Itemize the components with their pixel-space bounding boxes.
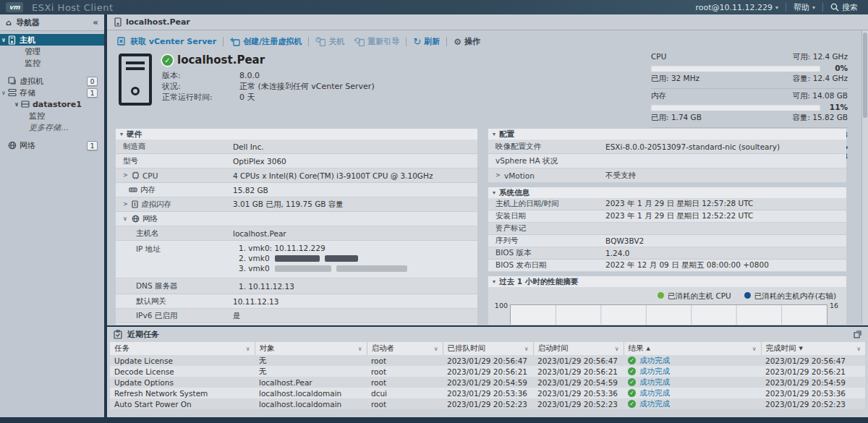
- success-icon: ✓: [628, 378, 636, 386]
- scrollbar-thumb[interactable]: [863, 33, 867, 118]
- column-menu-icon[interactable]: ∨: [856, 346, 861, 352]
- user-menu[interactable]: root@10.11.12.229 ▾: [695, 3, 778, 12]
- expand-icon[interactable]: >: [123, 172, 129, 179]
- divider: [406, 37, 407, 46]
- expand-icon[interactable]: >: [123, 201, 129, 208]
- task-row[interactable]: Auto Start Power Onlocalhost.localdomain…: [110, 398, 865, 409]
- content-tab-title: localhost.Pear: [126, 17, 190, 27]
- storage-icon: [8, 88, 17, 97]
- shutdown-button[interactable]: 关机: [315, 36, 344, 47]
- datastore-icon: [21, 100, 30, 108]
- chart-legend: 已消耗的主机 CPU 已消耗的主机内存(右轴): [488, 287, 846, 303]
- reboot-icon: [354, 37, 365, 46]
- search-button[interactable]: 搜索: [830, 2, 858, 13]
- config-table: 映像配置文件ESXi-8.0.0-20513097-standard-nic (…: [488, 140, 846, 183]
- task-row[interactable]: Update License无root2023/01/29 20:56:4720…: [110, 355, 865, 366]
- table-row: 安装日期2023 年 1 月 29 日 星期日 12:52:22 UTC: [488, 210, 846, 223]
- task-row[interactable]: Refresh Network Systemlocalhost.localdom…: [110, 388, 865, 398]
- sidebar-item-label: 主机: [20, 35, 35, 46]
- column-header-target[interactable]: 对象∨: [255, 342, 367, 355]
- help-menu-label: 帮助: [793, 2, 809, 13]
- sidebar-item-datastore1[interactable]: ∨ datastore1: [0, 98, 104, 110]
- cpu-icon: [132, 171, 140, 179]
- result-text: 成功完成: [639, 367, 670, 377]
- top-bar: vm ESXi Host Client root@10.11.12.229 ▾ …: [0, 0, 868, 14]
- column-menu-icon[interactable]: ∨: [434, 346, 438, 352]
- task-row[interactable]: Update Optionslocalhost.Pearroot2023/01/…: [110, 377, 865, 388]
- column-menu-icon[interactable]: ∨: [752, 346, 757, 352]
- column-menu-icon[interactable]: ∨: [615, 346, 619, 352]
- column-header-started[interactable]: 启动时间∨: [533, 342, 624, 355]
- expand-panel-button[interactable]: [854, 330, 861, 338]
- legend-label-cpu: 已消耗的主机 CPU: [668, 291, 731, 300]
- column-header-result[interactable]: 结果▲∨: [624, 342, 761, 355]
- sidebar-item-datastore-monitor[interactable]: 监控: [0, 110, 104, 121]
- result-text: 成功完成: [639, 356, 670, 366]
- collapse-sidebar-button[interactable]: «: [93, 17, 98, 27]
- table-row: 主机适配器1: [116, 323, 477, 325]
- hardware-panel-header[interactable]: ▾ 硬件: [116, 129, 477, 140]
- redacted-ip: [275, 265, 331, 272]
- legend-label-memory: 已消耗的主机内存(右轴): [754, 291, 836, 300]
- sidebar-item-storage[interactable]: ∨ 存储 1: [0, 87, 104, 98]
- main-content: localhost.Pear 获取 vCenter Server 创建/注册虚拟…: [107, 14, 868, 325]
- config-panel-header[interactable]: ▾ 配置: [488, 129, 846, 140]
- column-header-queued[interactable]: 已排队时间∨: [443, 342, 533, 355]
- memory-used: 已用: 1.74 GB: [651, 113, 702, 123]
- get-vcenter-button[interactable]: 获取 vCenter Server: [117, 36, 216, 47]
- actions-button[interactable]: ⚙ 操作: [454, 36, 480, 47]
- column-header-initiator[interactable]: 启动者∨: [367, 342, 443, 355]
- sidebar-item-virtual-machines[interactable]: 虚拟机 0: [0, 75, 104, 87]
- refresh-button[interactable]: ↻ 刷新: [413, 36, 440, 47]
- column-header-task[interactable]: 任务∨: [110, 342, 255, 355]
- sidebar-item-host[interactable]: ∨ 主机: [0, 34, 104, 46]
- vertical-scrollbar[interactable]: [861, 30, 868, 325]
- user-menu-label: root@10.11.12.229: [695, 3, 773, 12]
- column-menu-icon[interactable]: ∨: [524, 346, 529, 352]
- navigator-header: ⌂ 导航器 «: [0, 14, 104, 31]
- help-menu[interactable]: 帮助 ▾: [793, 2, 815, 13]
- ip-address-2: 2. vmk0: [239, 254, 270, 262]
- app-title: ESXi Host Client: [32, 2, 113, 13]
- host-summary: ✓ localhost.Pear 版本:8.0.0 状况:正常 (未连接到任何 …: [119, 54, 375, 106]
- chevron-down-icon[interactable]: ∨: [13, 101, 20, 108]
- divider: [308, 37, 309, 46]
- reboot-button[interactable]: 重新引导: [354, 36, 399, 47]
- chevron-down-icon[interactable]: ∨: [0, 90, 7, 96]
- uptime-value: 0 天: [239, 92, 255, 103]
- vm-icon: [8, 77, 17, 85]
- sidebar-item-host-manage[interactable]: 管理: [0, 46, 104, 57]
- table-row: 映像配置文件ESXi-8.0.0-20513097-standard-nic (…: [488, 140, 846, 154]
- result-text: 成功完成: [639, 388, 670, 398]
- sidebar-item-host-monitor[interactable]: 监控: [0, 57, 104, 69]
- version-label: 版本:: [162, 70, 239, 81]
- caret-down-icon: ▾: [120, 131, 123, 137]
- cpu-bar: [651, 65, 820, 72]
- button-label: 刷新: [424, 36, 440, 47]
- expand-icon[interactable]: >: [495, 172, 501, 179]
- state-value: 正常 (未连接到任何 vCenter Server): [239, 81, 375, 92]
- table-row: vSphere HA 状况: [488, 154, 846, 168]
- sidebar-item-more-storage[interactable]: 更多存储...: [0, 121, 104, 133]
- y-axis-tick: 100: [495, 302, 511, 309]
- divider: [446, 37, 447, 46]
- gear-icon: ⚙: [454, 37, 461, 47]
- table-row: ∨网络: [116, 212, 477, 226]
- panel-title: 过去 1 小时的性能摘要: [499, 277, 578, 287]
- create-register-vm-button[interactable]: 创建/注册虚拟机: [230, 36, 302, 47]
- version-value: 8.0.0: [239, 71, 260, 80]
- host-icon: [8, 35, 16, 45]
- task-row[interactable]: Decode License无root2023/01/29 20:56:2120…: [110, 366, 865, 377]
- search-label: 搜索: [842, 2, 858, 13]
- content-tab: localhost.Pear: [107, 14, 868, 30]
- performance-panel-header[interactable]: ▾ 过去 1 小时的性能摘要: [488, 276, 846, 287]
- sidebar-item-network[interactable]: 网络 1: [0, 140, 104, 151]
- column-menu-icon[interactable]: ∨: [358, 346, 362, 352]
- column-menu-icon[interactable]: ∨: [246, 346, 250, 352]
- collapse-icon[interactable]: ∨: [123, 215, 129, 222]
- system-info-panel-header[interactable]: ▾ 系统信息: [488, 187, 846, 198]
- cpu-label: CPU: [651, 52, 666, 62]
- table-row: BIOS 发布日期2022 年 12 月 09 日 星期五 08:00:00 +…: [488, 260, 846, 272]
- chevron-down-icon[interactable]: ∨: [0, 37, 7, 43]
- column-header-completed[interactable]: 完成时间▼∨: [761, 342, 865, 355]
